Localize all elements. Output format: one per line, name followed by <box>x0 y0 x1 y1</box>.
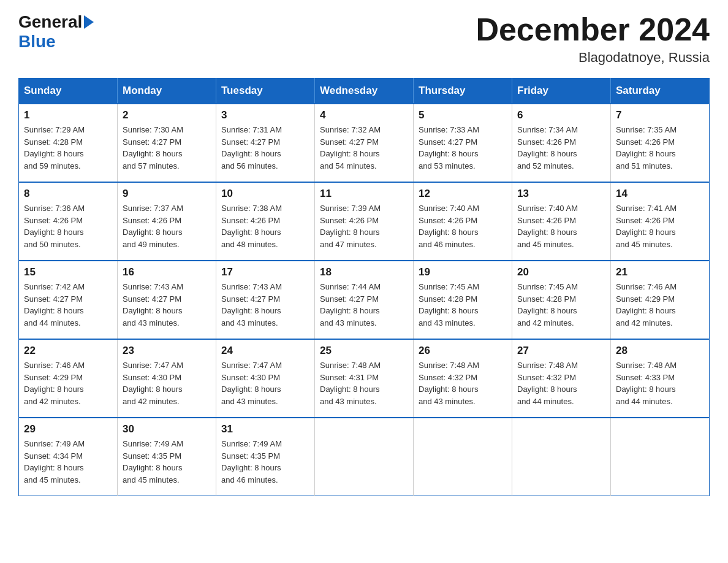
calendar-cell: 21Sunrise: 7:46 AMSunset: 4:29 PMDayligh… <box>611 261 710 339</box>
day-header-saturday: Saturday <box>611 79 710 104</box>
day-info: Sunrise: 7:35 AMSunset: 4:26 PMDaylight:… <box>616 124 704 172</box>
logo: General Blue <box>18 12 94 52</box>
day-info: Sunrise: 7:48 AMSunset: 4:33 PMDaylight:… <box>616 359 704 407</box>
calendar-cell: 24Sunrise: 7:47 AMSunset: 4:30 PMDayligh… <box>216 339 315 418</box>
day-number: 9 <box>123 188 211 200</box>
calendar-cell: 13Sunrise: 7:40 AMSunset: 4:26 PMDayligh… <box>512 182 611 261</box>
calendar-cell: 17Sunrise: 7:43 AMSunset: 4:27 PMDayligh… <box>216 261 315 339</box>
day-info: Sunrise: 7:48 AMSunset: 4:32 PMDaylight:… <box>419 359 507 407</box>
day-number: 30 <box>123 423 211 435</box>
calendar-cell: 25Sunrise: 7:48 AMSunset: 4:31 PMDayligh… <box>315 339 414 418</box>
calendar-cell: 8Sunrise: 7:36 AMSunset: 4:26 PMDaylight… <box>19 182 118 261</box>
day-number: 19 <box>419 266 507 278</box>
day-number: 27 <box>517 345 605 357</box>
day-info: Sunrise: 7:47 AMSunset: 4:30 PMDaylight:… <box>221 359 309 407</box>
day-info: Sunrise: 7:43 AMSunset: 4:27 PMDaylight:… <box>221 281 309 329</box>
calendar-week-3: 15Sunrise: 7:42 AMSunset: 4:27 PMDayligh… <box>19 261 710 339</box>
day-number: 10 <box>221 188 309 200</box>
day-info: Sunrise: 7:48 AMSunset: 4:31 PMDaylight:… <box>320 359 408 407</box>
day-info: Sunrise: 7:31 AMSunset: 4:27 PMDaylight:… <box>221 124 309 172</box>
day-number: 23 <box>123 345 211 357</box>
calendar-week-4: 22Sunrise: 7:46 AMSunset: 4:29 PMDayligh… <box>19 339 710 418</box>
day-number: 12 <box>419 188 507 200</box>
day-number: 1 <box>24 109 112 121</box>
location-subtitle: Blagodatnoye, Russia <box>476 50 710 66</box>
day-info: Sunrise: 7:41 AMSunset: 4:26 PMDaylight:… <box>616 202 704 250</box>
day-number: 16 <box>123 266 211 278</box>
day-info: Sunrise: 7:46 AMSunset: 4:29 PMDaylight:… <box>24 359 112 407</box>
day-number: 15 <box>24 266 112 278</box>
calendar-cell <box>512 418 611 496</box>
calendar-cell: 4Sunrise: 7:32 AMSunset: 4:27 PMDaylight… <box>315 104 414 182</box>
day-number: 6 <box>517 109 605 121</box>
calendar-cell: 18Sunrise: 7:44 AMSunset: 4:27 PMDayligh… <box>315 261 414 339</box>
calendar-cell: 14Sunrise: 7:41 AMSunset: 4:26 PMDayligh… <box>611 182 710 261</box>
day-number: 17 <box>221 266 309 278</box>
day-info: Sunrise: 7:34 AMSunset: 4:26 PMDaylight:… <box>517 124 605 172</box>
day-number: 29 <box>24 423 112 435</box>
day-number: 13 <box>517 188 605 200</box>
calendar-week-5: 29Sunrise: 7:49 AMSunset: 4:34 PMDayligh… <box>19 418 710 496</box>
day-number: 3 <box>221 109 309 121</box>
calendar-cell <box>414 418 512 496</box>
day-info: Sunrise: 7:49 AMSunset: 4:35 PMDaylight:… <box>221 438 309 486</box>
day-number: 7 <box>616 109 704 121</box>
day-number: 25 <box>320 345 408 357</box>
calendar-cell: 19Sunrise: 7:45 AMSunset: 4:28 PMDayligh… <box>414 261 512 339</box>
day-info: Sunrise: 7:36 AMSunset: 4:26 PMDaylight:… <box>24 202 112 250</box>
day-info: Sunrise: 7:49 AMSunset: 4:35 PMDaylight:… <box>123 438 211 486</box>
calendar-week-1: 1Sunrise: 7:29 AMSunset: 4:28 PMDaylight… <box>19 104 710 182</box>
calendar-cell: 29Sunrise: 7:49 AMSunset: 4:34 PMDayligh… <box>19 418 118 496</box>
calendar-cell: 3Sunrise: 7:31 AMSunset: 4:27 PMDaylight… <box>216 104 315 182</box>
day-info: Sunrise: 7:38 AMSunset: 4:26 PMDaylight:… <box>221 202 309 250</box>
day-number: 18 <box>320 266 408 278</box>
calendar-cell: 10Sunrise: 7:38 AMSunset: 4:26 PMDayligh… <box>216 182 315 261</box>
day-number: 5 <box>419 109 507 121</box>
title-block: December 2024 Blagodatnoye, Russia <box>476 12 710 66</box>
day-info: Sunrise: 7:30 AMSunset: 4:27 PMDaylight:… <box>123 124 211 172</box>
day-number: 2 <box>123 109 211 121</box>
day-number: 22 <box>24 345 112 357</box>
day-number: 24 <box>221 345 309 357</box>
day-number: 21 <box>616 266 704 278</box>
calendar-header: SundayMondayTuesdayWednesdayThursdayFrid… <box>19 79 710 104</box>
day-number: 14 <box>616 188 704 200</box>
calendar-cell: 28Sunrise: 7:48 AMSunset: 4:33 PMDayligh… <box>611 339 710 418</box>
day-info: Sunrise: 7:29 AMSunset: 4:28 PMDaylight:… <box>24 124 112 172</box>
calendar-cell: 30Sunrise: 7:49 AMSunset: 4:35 PMDayligh… <box>118 418 216 496</box>
day-info: Sunrise: 7:42 AMSunset: 4:27 PMDaylight:… <box>24 281 112 329</box>
calendar-cell: 31Sunrise: 7:49 AMSunset: 4:35 PMDayligh… <box>216 418 315 496</box>
day-header-thursday: Thursday <box>414 79 512 104</box>
logo-general: General <box>18 12 82 32</box>
day-info: Sunrise: 7:48 AMSunset: 4:32 PMDaylight:… <box>517 359 605 407</box>
day-header-monday: Monday <box>118 79 216 104</box>
calendar-cell: 15Sunrise: 7:42 AMSunset: 4:27 PMDayligh… <box>19 261 118 339</box>
calendar-cell: 22Sunrise: 7:46 AMSunset: 4:29 PMDayligh… <box>19 339 118 418</box>
day-info: Sunrise: 7:37 AMSunset: 4:26 PMDaylight:… <box>123 202 211 250</box>
day-number: 28 <box>616 345 704 357</box>
day-number: 20 <box>517 266 605 278</box>
calendar-cell <box>611 418 710 496</box>
day-number: 31 <box>221 423 309 435</box>
day-info: Sunrise: 7:49 AMSunset: 4:34 PMDaylight:… <box>24 438 112 486</box>
calendar-cell: 23Sunrise: 7:47 AMSunset: 4:30 PMDayligh… <box>118 339 216 418</box>
calendar-cell: 9Sunrise: 7:37 AMSunset: 4:26 PMDaylight… <box>118 182 216 261</box>
month-title: December 2024 <box>476 12 710 47</box>
calendar-week-2: 8Sunrise: 7:36 AMSunset: 4:26 PMDaylight… <box>19 182 710 261</box>
logo-blue: Blue <box>18 32 56 52</box>
calendar-cell <box>315 418 414 496</box>
calendar-cell: 26Sunrise: 7:48 AMSunset: 4:32 PMDayligh… <box>414 339 512 418</box>
day-number: 26 <box>419 345 507 357</box>
day-info: Sunrise: 7:46 AMSunset: 4:29 PMDaylight:… <box>616 281 704 329</box>
day-header-wednesday: Wednesday <box>315 79 414 104</box>
day-header-sunday: Sunday <box>19 79 118 104</box>
day-info: Sunrise: 7:44 AMSunset: 4:27 PMDaylight:… <box>320 281 408 329</box>
calendar-body: 1Sunrise: 7:29 AMSunset: 4:28 PMDaylight… <box>19 104 710 496</box>
calendar-cell: 6Sunrise: 7:34 AMSunset: 4:26 PMDaylight… <box>512 104 611 182</box>
calendar-cell: 12Sunrise: 7:40 AMSunset: 4:26 PMDayligh… <box>414 182 512 261</box>
day-info: Sunrise: 7:32 AMSunset: 4:27 PMDaylight:… <box>320 124 408 172</box>
days-of-week-row: SundayMondayTuesdayWednesdayThursdayFrid… <box>19 79 710 104</box>
calendar-cell: 11Sunrise: 7:39 AMSunset: 4:26 PMDayligh… <box>315 182 414 261</box>
day-info: Sunrise: 7:40 AMSunset: 4:26 PMDaylight:… <box>517 202 605 250</box>
day-info: Sunrise: 7:40 AMSunset: 4:26 PMDaylight:… <box>419 202 507 250</box>
